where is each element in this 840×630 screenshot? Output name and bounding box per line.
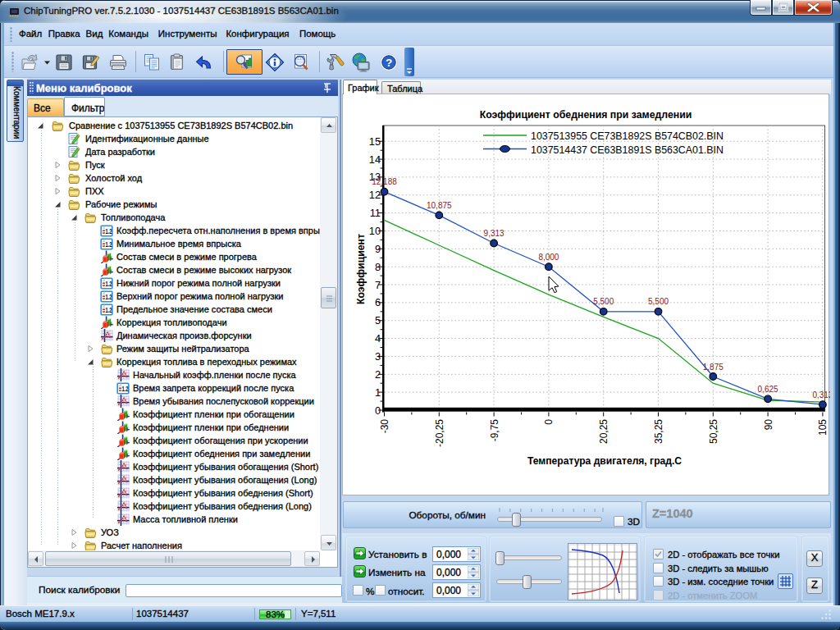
svg-text:11: 11 (370, 207, 381, 219)
svg-text:1037513955 CE73B1892S B574CB02: 1037513955 CE73B1892S B574CB02.BIN (531, 130, 724, 142)
svg-text:1,875: 1,875 (703, 363, 724, 372)
svg-text:50,25: 50,25 (708, 419, 719, 444)
svg-text:9: 9 (375, 243, 381, 255)
svg-text:0,313: 0,313 (812, 390, 830, 399)
svg-text:0: 0 (375, 404, 381, 417)
svg-text:90: 90 (763, 419, 774, 431)
svg-text:12: 12 (369, 189, 381, 201)
svg-text:10: 10 (369, 225, 381, 237)
svg-text:8,000: 8,000 (538, 253, 559, 262)
svg-text:4: 4 (375, 332, 381, 345)
svg-text:8: 8 (375, 261, 381, 273)
svg-text:5,500: 5,500 (593, 297, 614, 306)
svg-text:6: 6 (375, 296, 381, 308)
svg-text:15: 15 (369, 135, 381, 148)
svg-text:1: 1 (375, 386, 381, 399)
svg-text:2: 2 (375, 368, 381, 381)
svg-text:10,875: 10,875 (427, 201, 452, 210)
svg-text:12,188: 12,188 (372, 177, 397, 186)
svg-text:1037514437 CE63B1891S B563CA01: 1037514437 CE63B1891S B563CA01.BIN (531, 144, 724, 156)
svg-text:9,313: 9,313 (484, 229, 504, 238)
svg-text:Температура двигателя, град.С: Температура двигателя, град.С (527, 455, 682, 467)
svg-text:Коэффициент обеднения при заме: Коэффициент обеднения при замедлении (480, 109, 692, 121)
svg-text:0: 0 (543, 419, 555, 425)
svg-text:20,25: 20,25 (598, 419, 609, 444)
svg-text:14: 14 (369, 153, 381, 166)
svg-text:5,500: 5,500 (648, 297, 669, 306)
svg-text:7: 7 (375, 279, 381, 291)
svg-text:Коэффициент: Коэффициент (355, 234, 367, 304)
svg-text:-9,75: -9,75 (489, 419, 500, 442)
svg-text:35,25: 35,25 (653, 419, 664, 444)
svg-text:?: ? (386, 57, 392, 69)
svg-text:105: 105 (817, 419, 829, 436)
svg-text:-20,25: -20,25 (434, 419, 445, 447)
svg-text:0,625: 0,625 (758, 385, 778, 394)
svg-text:-30: -30 (379, 419, 390, 434)
svg-text:5: 5 (375, 314, 381, 326)
svg-text:3: 3 (375, 350, 381, 363)
